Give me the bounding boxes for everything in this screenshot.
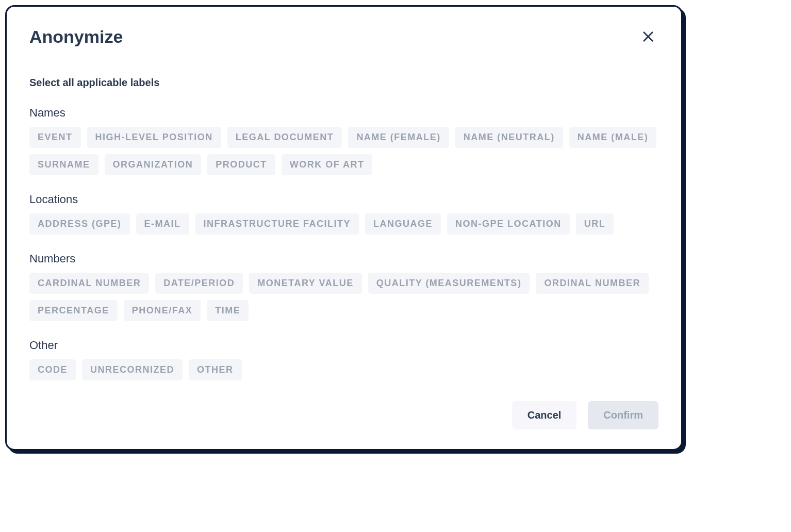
close-icon: [641, 29, 655, 44]
chips-numbers: CARDINAL NUMBER DATE/PERIOD MONETARY VAL…: [29, 273, 658, 321]
chip-high-level-position[interactable]: HIGH-LEVEL POSITION: [87, 127, 221, 148]
cancel-button[interactable]: Cancel: [512, 401, 577, 429]
chip-name-neutral[interactable]: NAME (NEUTRAL): [455, 127, 563, 148]
chip-date-period[interactable]: DATE/PERIOD: [155, 273, 243, 294]
dialog-title: Anonymize: [29, 27, 123, 47]
chips-names: EVENT HIGH-LEVEL POSITION LEGAL DOCUMENT…: [29, 127, 658, 175]
chip-code[interactable]: CODE: [29, 359, 76, 380]
chip-work-of-art[interactable]: WORK OF ART: [282, 154, 373, 175]
chip-address-gpe[interactable]: ADDRESS (GPE): [29, 213, 130, 235]
close-button[interactable]: [638, 26, 658, 47]
chip-e-mail[interactable]: E-MAIL: [136, 213, 189, 235]
chip-monetary-value[interactable]: MONETARY VALUE: [249, 273, 361, 294]
chips-other: CODE UNRECORNIZED OTHER: [29, 359, 658, 380]
chip-unrecornized[interactable]: UNRECORNIZED: [82, 359, 183, 380]
chips-locations: ADDRESS (GPE) E-MAIL INFRASTRUCTURE FACI…: [29, 213, 658, 235]
group-locations: Locations ADDRESS (GPE) E-MAIL INFRASTRU…: [29, 193, 658, 235]
chip-language[interactable]: LANGUAGE: [365, 213, 441, 235]
chip-other[interactable]: OTHER: [189, 359, 242, 380]
chip-non-gpe-location[interactable]: NON-GPE LOCATION: [447, 213, 570, 235]
group-title-locations: Locations: [29, 193, 658, 206]
chip-legal-document[interactable]: LEGAL DOCUMENT: [227, 127, 342, 148]
anonymize-dialog: Anonymize Select all applicable labels N…: [5, 5, 683, 451]
group-names: Names EVENT HIGH-LEVEL POSITION LEGAL DO…: [29, 106, 658, 175]
group-title-numbers: Numbers: [29, 252, 658, 265]
chip-phone-fax[interactable]: PHONE/FAX: [124, 300, 201, 321]
chip-quality-measurements[interactable]: QUALITY (MEASUREMENTS): [368, 273, 530, 294]
instruction-text: Select all applicable labels: [29, 77, 658, 89]
chip-cardinal-number[interactable]: CARDINAL NUMBER: [29, 273, 149, 294]
confirm-button[interactable]: Confirm: [588, 401, 658, 429]
chip-time[interactable]: TIME: [207, 300, 249, 321]
chip-organization[interactable]: ORGANIZATION: [105, 154, 202, 175]
chip-product[interactable]: PRODUCT: [207, 154, 275, 175]
chip-name-female[interactable]: NAME (FEMALE): [348, 127, 449, 148]
chip-url[interactable]: URL: [576, 213, 614, 235]
group-numbers: Numbers CARDINAL NUMBER DATE/PERIOD MONE…: [29, 252, 658, 321]
chip-infrastructure-facility[interactable]: INFRASTRUCTURE FACILITY: [195, 213, 359, 235]
chip-event[interactable]: EVENT: [29, 127, 81, 148]
chip-surname[interactable]: SURNAME: [29, 154, 98, 175]
group-other: Other CODE UNRECORNIZED OTHER: [29, 339, 658, 380]
group-title-other: Other: [29, 339, 658, 352]
dialog-footer: Cancel Confirm: [29, 401, 658, 429]
chip-ordinal-number[interactable]: ORDINAL NUMBER: [536, 273, 649, 294]
chip-percentage[interactable]: PERCENTAGE: [29, 300, 118, 321]
group-title-names: Names: [29, 106, 658, 120]
dialog-header: Anonymize: [29, 26, 658, 47]
chip-name-male[interactable]: NAME (MALE): [569, 127, 656, 148]
